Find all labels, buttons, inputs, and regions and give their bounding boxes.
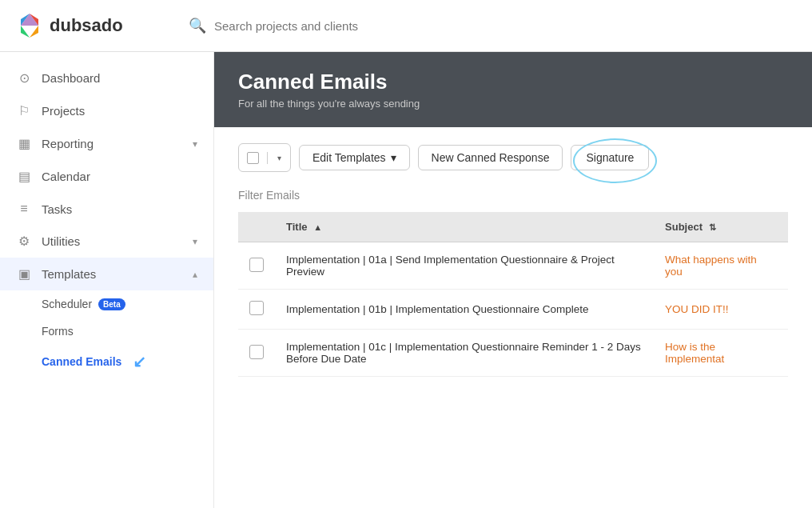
row-checkbox-cell[interactable] bbox=[238, 330, 275, 377]
col-title[interactable]: Title ▲ bbox=[275, 212, 654, 242]
main-content: Canned Emails For all the things you're … bbox=[214, 52, 812, 508]
page-subtitle: For all the things you're always sending bbox=[238, 98, 788, 110]
chevron-up-icon: ▴ bbox=[193, 269, 197, 280]
signature-button[interactable]: Signature bbox=[571, 145, 649, 170]
tasks-icon: ≡ bbox=[16, 202, 32, 216]
sidebar-item-templates[interactable]: ▣ Templates ▴ bbox=[0, 258, 213, 290]
sidebar-item-dashboard[interactable]: ⊙ Dashboard bbox=[0, 62, 213, 94]
sort-asc-icon: ▲ bbox=[313, 222, 322, 232]
edit-templates-label: Edit Templates bbox=[312, 151, 386, 164]
scheduler-label: Scheduler bbox=[42, 298, 92, 310]
search-input[interactable] bbox=[214, 19, 454, 33]
layout: ⊙ Dashboard ⚐ Projects ▦ Reporting ▾ ▤ C… bbox=[0, 52, 812, 508]
sidebar-item-tasks[interactable]: ≡ Tasks bbox=[0, 193, 213, 225]
select-all-checkbox[interactable] bbox=[239, 152, 268, 164]
checkbox-dropdown[interactable]: ▾ bbox=[238, 143, 291, 172]
projects-icon: ⚐ bbox=[16, 103, 32, 118]
search-icon: 🔍 bbox=[189, 17, 206, 34]
signature-wrapper: Signature bbox=[571, 145, 649, 170]
chevron-down-icon: ▾ bbox=[193, 138, 197, 150]
sidebar-item-label: Tasks bbox=[42, 202, 72, 216]
table-row: Implementation | 01c | Implementation Qu… bbox=[238, 330, 788, 377]
chevron-down-icon: ▾ bbox=[193, 236, 197, 247]
sidebar-item-label: Projects bbox=[42, 104, 85, 118]
sidebar-item-projects[interactable]: ⚐ Projects bbox=[0, 94, 213, 127]
sidebar-sub-item-scheduler[interactable]: Scheduler Beta bbox=[42, 290, 213, 318]
sidebar-item-label: Utilities bbox=[42, 234, 80, 248]
dashboard-icon: ⊙ bbox=[16, 70, 32, 86]
sidebar: ⊙ Dashboard ⚐ Projects ▦ Reporting ▾ ▤ C… bbox=[0, 52, 214, 508]
sidebar-item-utilities[interactable]: ⚙ Utilities ▾ bbox=[0, 225, 213, 258]
app-header: dubsado 🔍 bbox=[0, 0, 812, 52]
table-body: Implementation | 01a | Send Implementati… bbox=[238, 242, 788, 377]
row-title: Implementation | 01a | Send Implementati… bbox=[275, 242, 654, 290]
sidebar-item-label: Calendar bbox=[42, 170, 90, 183]
forms-label: Forms bbox=[42, 325, 74, 338]
table-head: Title ▲ Subject ⇅ bbox=[238, 212, 788, 242]
row-subject: YOU DID IT!! bbox=[654, 290, 788, 330]
templates-icon: ▣ bbox=[16, 266, 32, 282]
svg-marker-3 bbox=[30, 26, 38, 38]
col-checkbox bbox=[238, 212, 275, 242]
chevron-down-icon: ▾ bbox=[277, 154, 281, 162]
canned-emails-label: Canned Emails bbox=[42, 355, 121, 368]
checkbox-dropdown-arrow[interactable]: ▾ bbox=[268, 154, 290, 162]
filter-row: Filter Emails bbox=[214, 182, 812, 212]
logo-icon bbox=[16, 12, 43, 39]
logo: dubsado bbox=[16, 12, 176, 39]
reporting-icon: ▦ bbox=[16, 136, 32, 151]
arrow-indicator: ↙ bbox=[133, 352, 146, 371]
row-title: Implementation | 01c | Implementation Qu… bbox=[275, 330, 654, 377]
col-subject[interactable]: Subject ⇅ bbox=[654, 212, 788, 242]
row-checkbox[interactable] bbox=[249, 258, 264, 272]
row-subject: What happens with you bbox=[654, 242, 788, 290]
sort-both-icon: ⇅ bbox=[709, 222, 716, 232]
page-title: Canned Emails bbox=[238, 70, 788, 94]
row-checkbox[interactable] bbox=[249, 345, 264, 359]
table-header-row: Title ▲ Subject ⇅ bbox=[238, 212, 788, 242]
sidebar-item-calendar[interactable]: ▤ Calendar bbox=[0, 160, 213, 193]
edit-templates-button[interactable]: Edit Templates ▾ bbox=[299, 145, 410, 170]
new-canned-response-label: New Canned Response bbox=[432, 151, 550, 164]
filter-label: Filter Emails bbox=[238, 189, 300, 202]
sidebar-item-label: Templates bbox=[42, 267, 96, 281]
row-checkbox[interactable] bbox=[249, 301, 264, 315]
sidebar-sub-item-forms[interactable]: Forms bbox=[42, 318, 213, 345]
chevron-down-icon: ▾ bbox=[391, 151, 396, 164]
signature-label: Signature bbox=[586, 151, 634, 164]
sidebar-sub-item-canned-emails[interactable]: Canned Emails ↙ bbox=[42, 345, 213, 378]
row-title: Implementation | 01b | Implementation Qu… bbox=[275, 290, 654, 330]
page-header: Canned Emails For all the things you're … bbox=[214, 52, 812, 127]
row-checkbox-cell[interactable] bbox=[238, 290, 275, 330]
table-row: Implementation | 01b | Implementation Qu… bbox=[238, 290, 788, 330]
logo-text: dubsado bbox=[50, 15, 123, 36]
sidebar-item-label: Reporting bbox=[42, 137, 94, 150]
row-checkbox-cell[interactable] bbox=[238, 242, 275, 290]
calendar-icon: ▤ bbox=[16, 169, 32, 184]
toolbar: ▾ Edit Templates ▾ New Canned Response S… bbox=[214, 127, 812, 182]
row-subject: How is the Implementat bbox=[654, 330, 788, 377]
table-wrap: Title ▲ Subject ⇅ Implementation | 01a |… bbox=[214, 212, 812, 508]
sidebar-item-label: Dashboard bbox=[42, 71, 100, 85]
table-row: Implementation | 01a | Send Implementati… bbox=[238, 242, 788, 290]
beta-badge: Beta bbox=[98, 298, 125, 310]
new-canned-response-button[interactable]: New Canned Response bbox=[418, 145, 563, 170]
sidebar-sub-menu: Scheduler Beta Forms Canned Emails ↙ bbox=[0, 290, 213, 378]
canned-emails-table: Title ▲ Subject ⇅ Implementation | 01a |… bbox=[238, 212, 788, 377]
sidebar-item-reporting[interactable]: ▦ Reporting ▾ bbox=[0, 127, 213, 160]
svg-marker-2 bbox=[21, 26, 30, 38]
checkbox-box bbox=[247, 152, 259, 164]
utilities-icon: ⚙ bbox=[16, 234, 32, 249]
search-bar: 🔍 bbox=[189, 17, 796, 34]
